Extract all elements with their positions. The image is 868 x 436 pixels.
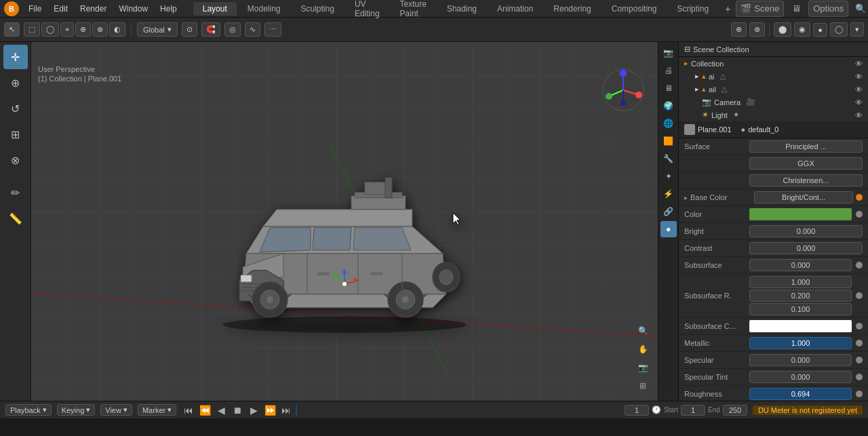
- ggx-dropdown[interactable]: GGX: [749, 157, 863, 170]
- tab-compositing[interactable]: Compositing: [602, 2, 667, 16]
- surface-shader-btn[interactable]: Principled ...: [749, 140, 863, 153]
- subsurface-r-input-1[interactable]: 1.000: [749, 276, 852, 288]
- menu-window[interactable]: Window: [113, 3, 153, 15]
- view-dropdown[interactable]: View ▾: [100, 404, 132, 416]
- step-forward-btn[interactable]: ⏩: [263, 403, 277, 417]
- outline-item-camera[interactable]: ▸ 📷 Camera 🎥 👁: [690, 96, 868, 108]
- constraints-props-icon[interactable]: 🔗: [660, 203, 677, 220]
- collection-visibility-icon[interactable]: 👁: [855, 60, 863, 68]
- subsurface-socket[interactable]: [856, 262, 863, 269]
- rotate-tool-btn[interactable]: ↺: [3, 96, 28, 121]
- render-props-icon[interactable]: 📷: [660, 45, 677, 61]
- snap-toggle[interactable]: 🧲: [201, 22, 220, 37]
- tab-sculpting[interactable]: Sculpting: [292, 2, 344, 16]
- contrast-input[interactable]: 0.000: [749, 242, 863, 254]
- christensen-dropdown[interactable]: Christensen...: [749, 174, 863, 186]
- step-back-btn[interactable]: ⏪: [198, 403, 212, 417]
- gizmo-btn[interactable]: ⊗: [749, 22, 765, 37]
- roughness-socket[interactable]: [856, 391, 863, 397]
- scene-props-icon[interactable]: 🌍: [660, 98, 677, 114]
- jump-start-btn[interactable]: ⏮: [182, 403, 195, 417]
- base-color-expand-icon[interactable]: ▸: [684, 194, 688, 201]
- proportional-size[interactable]: ◎: [224, 22, 241, 37]
- circle-select[interactable]: ◯: [41, 22, 59, 37]
- tab-shading[interactable]: Shading: [437, 2, 486, 16]
- render-engine-icon[interactable]: 🖥: [788, 1, 804, 17]
- object-props-icon[interactable]: 🟧: [660, 133, 677, 149]
- particle-props-icon[interactable]: ✦: [660, 168, 677, 184]
- box-select[interactable]: ⬚: [24, 22, 40, 37]
- current-frame-input[interactable]: 1: [625, 405, 649, 416]
- specular-tint-input[interactable]: 0.000: [749, 371, 852, 383]
- play-reverse-btn[interactable]: ◀: [214, 403, 228, 417]
- menu-render[interactable]: Render: [75, 3, 112, 15]
- subsurface-c-socket[interactable]: [856, 323, 863, 330]
- timeline-track[interactable]: [296, 405, 619, 416]
- menu-help[interactable]: Help: [155, 3, 182, 15]
- tab-add-button[interactable]: +: [719, 1, 736, 16]
- outline-item-light[interactable]: ▸ ☀ Light ✦ 👁: [690, 108, 868, 121]
- material-props-icon[interactable]: ●: [660, 221, 677, 237]
- select-box-tool[interactable]: ↖: [4, 22, 20, 37]
- view-layer-btn[interactable]: Options: [808, 1, 848, 17]
- base-color-node-btn[interactable]: Bright/Cont...: [754, 191, 853, 203]
- tab-layout[interactable]: Layout: [193, 2, 237, 16]
- transform-tool-btn[interactable]: ⊗: [3, 148, 28, 172]
- ail-visibility-icon[interactable]: 👁: [855, 85, 863, 94]
- keying-dropdown[interactable]: Keying ▾: [57, 404, 96, 416]
- shade-rendered-btn[interactable]: ●: [813, 23, 827, 37]
- measure-tool-btn[interactable]: 📏: [3, 206, 28, 231]
- bright-input[interactable]: 0.000: [749, 225, 863, 237]
- menu-edit[interactable]: Edit: [48, 3, 73, 15]
- transform-orient-dropdown[interactable]: Global ▾: [137, 22, 178, 37]
- playhead[interactable]: [296, 405, 297, 416]
- shade-viewport-btn[interactable]: ◯: [830, 22, 848, 37]
- output-props-icon[interactable]: 🖨: [660, 62, 677, 79]
- tab-rendering[interactable]: Rendering: [544, 2, 600, 16]
- tab-texture-paint[interactable]: Texture Paint: [391, 0, 436, 20]
- view-props-icon[interactable]: 🖥: [660, 80, 677, 96]
- subsurface-r-input-2[interactable]: 0.200: [749, 290, 852, 302]
- ai-visibility-icon[interactable]: 👁: [855, 73, 863, 81]
- axes-widget[interactable]: Z X Y: [599, 66, 647, 114]
- blender-logo[interactable]: B: [4, 1, 19, 16]
- specular-tint-socket[interactable]: [856, 374, 863, 380]
- subsurface-r-input-3[interactable]: 0.100: [749, 303, 852, 315]
- subsurface-r-socket[interactable]: [856, 292, 863, 299]
- metallic-input[interactable]: 1.000: [749, 337, 852, 349]
- overlay-btn[interactable]: ⊕: [731, 22, 747, 37]
- collection-root-item[interactable]: ▸ Collection 👁: [679, 57, 868, 70]
- tab-modeling[interactable]: Modeling: [238, 2, 290, 16]
- proportional-type[interactable]: ∿: [245, 22, 260, 37]
- lasso-select[interactable]: ⌖: [60, 22, 74, 37]
- viewport-camera-btn[interactable]: 📷: [635, 359, 651, 376]
- physics-props-icon[interactable]: ⚡: [660, 186, 677, 202]
- viewport-search-btn[interactable]: 🔍: [635, 323, 651, 339]
- scene-dropdown[interactable]: 🎬 Scene: [736, 1, 784, 17]
- shade-solid-btn[interactable]: ⬤: [774, 22, 791, 37]
- proportional-edit[interactable]: ◐: [109, 22, 125, 37]
- color-socket[interactable]: [856, 211, 863, 218]
- extra-toolbar[interactable]: ⋯: [264, 22, 281, 37]
- viewport-hand-btn[interactable]: ✋: [635, 341, 651, 357]
- tweak-select[interactable]: ⊕: [75, 22, 91, 37]
- start-frame-input[interactable]: 1: [681, 405, 705, 416]
- play-btn[interactable]: ▶: [247, 403, 260, 417]
- outline-item-ail[interactable]: ▸ ▴ ail △ 👁: [690, 83, 868, 96]
- outline-item-ai[interactable]: ▸ ▴ ai △ 👁: [690, 70, 868, 83]
- scale-tool-btn[interactable]: ⊞: [3, 122, 28, 146]
- move-tool-btn[interactable]: ⊕: [3, 71, 28, 95]
- annotate-tool-btn[interactable]: ✏: [3, 180, 28, 205]
- viewport[interactable]: User Perspective (1) Collection | Plane.…: [31, 42, 658, 401]
- world-props-icon[interactable]: 🌐: [660, 115, 677, 132]
- extra-select[interactable]: ⊗: [92, 22, 108, 37]
- marker-dropdown[interactable]: Marker ▾: [138, 404, 176, 416]
- jump-end-btn[interactable]: ⏭: [279, 403, 293, 417]
- base-color-socket[interactable]: [856, 194, 863, 201]
- viewport-grid-btn[interactable]: ⊞: [635, 378, 651, 394]
- roughness-input[interactable]: 0.694: [749, 388, 852, 400]
- camera-visibility-icon[interactable]: 👁: [855, 98, 863, 106]
- end-frame-input[interactable]: 250: [723, 405, 747, 416]
- menu-file[interactable]: File: [23, 3, 47, 15]
- light-visibility-icon[interactable]: 👁: [855, 111, 863, 119]
